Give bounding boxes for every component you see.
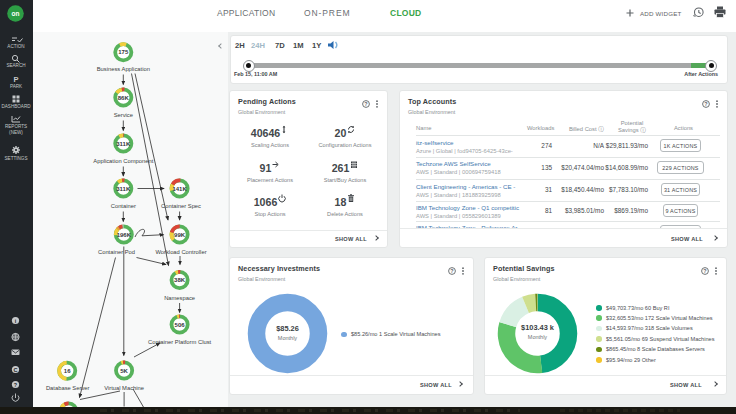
svg-text:86K: 86K (118, 95, 130, 101)
svg-text:196K: 196K (117, 232, 132, 238)
svg-text:?: ? (703, 268, 706, 274)
svg-text:on: on (12, 10, 20, 17)
svg-text:Workload Controller: Workload Controller (155, 249, 206, 255)
svg-text:Container Spec: Container Spec (161, 203, 201, 209)
svg-text:PARK: PARK (10, 84, 23, 89)
svg-text:C: C (13, 367, 17, 373)
svg-text:Container: Container (111, 203, 136, 209)
svg-text:506: 506 (175, 322, 186, 328)
svg-text:SETTINGS: SETTINGS (5, 156, 28, 161)
svg-text:P: P (13, 75, 18, 84)
svg-text:SEARCH: SEARCH (6, 63, 25, 68)
svg-text:Service: Service (114, 112, 133, 118)
svg-text:Virtual Machine: Virtual Machine (104, 385, 144, 391)
svg-text:16: 16 (64, 368, 71, 374)
svg-text:175: 175 (118, 49, 129, 55)
svg-text:Business Application: Business Application (97, 66, 150, 72)
svg-text:Application Component: Application Component (93, 158, 153, 164)
svg-text:99K: 99K (174, 232, 186, 238)
svg-text:Namespace: Namespace (164, 295, 195, 301)
svg-text:DASHBOARD: DASHBOARD (1, 104, 31, 109)
svg-text:311K: 311K (116, 141, 131, 147)
svg-text:311K: 311K (116, 186, 131, 192)
svg-text:Container Platform Clust: Container Platform Clust (148, 339, 212, 345)
svg-text:REPORTS: REPORTS (5, 124, 27, 129)
svg-text:Database Server: Database Server (46, 385, 90, 391)
svg-text:141K: 141K (172, 186, 187, 192)
svg-text:ADD WIDGET: ADD WIDGET (640, 10, 682, 17)
svg-text:5K: 5K (120, 368, 128, 374)
svg-text:?: ? (14, 382, 17, 388)
svg-text:38K: 38K (174, 277, 186, 283)
svg-text:(NEW): (NEW) (9, 130, 23, 135)
svg-text:ACTION: ACTION (7, 44, 24, 49)
svg-text:?: ? (450, 268, 453, 274)
svg-text:?: ? (364, 101, 367, 107)
svg-text:Container Pod: Container Pod (98, 249, 135, 255)
